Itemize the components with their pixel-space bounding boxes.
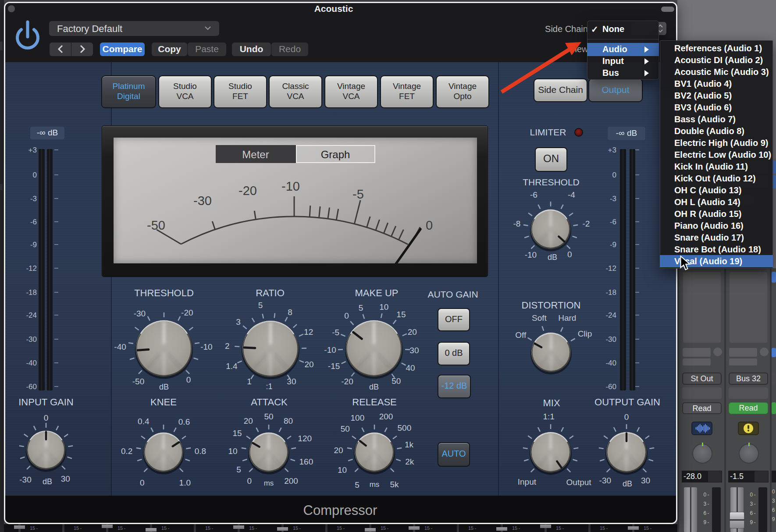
svg-text::1: :1 (266, 382, 272, 391)
svg-text:0: 0 (624, 412, 629, 422)
svg-text:8: 8 (288, 308, 292, 317)
svg-text:500: 500 (398, 423, 412, 433)
svg-text:15: 15 (396, 310, 406, 319)
svg-text:-40: -40 (605, 359, 616, 367)
svg-text:Clip: Clip (578, 329, 592, 338)
svg-text:3: 3 (236, 317, 241, 326)
svg-text:1:1: 1:1 (543, 412, 554, 421)
svg-text:30: 30 (409, 346, 419, 355)
svg-text:dB: dB (159, 383, 169, 391)
svg-text:1.0: 1.0 (179, 478, 191, 487)
svg-text:50: 50 (264, 412, 273, 421)
svg-text:ms: ms (370, 480, 380, 489)
svg-text:50: 50 (341, 424, 350, 433)
svg-text:Input: Input (518, 477, 537, 486)
svg-text:-6: -6 (530, 190, 538, 199)
svg-text:-9: -9 (610, 241, 616, 249)
svg-text:30: 30 (287, 377, 296, 386)
svg-text:0: 0 (344, 311, 349, 320)
svg-text:50: 50 (392, 376, 401, 386)
svg-text:160: 160 (299, 457, 313, 466)
svg-text:15: 15 (232, 429, 242, 438)
svg-text:200: 200 (284, 476, 298, 486)
svg-text:ms: ms (264, 479, 274, 487)
svg-text:1k: 1k (405, 440, 414, 449)
svg-text:-24: -24 (605, 311, 616, 319)
svg-text:200: 200 (379, 412, 393, 421)
svg-text:5k: 5k (390, 480, 399, 489)
svg-text:0.2: 0.2 (121, 447, 132, 456)
svg-text:-8: -8 (513, 219, 521, 228)
svg-text:-6: -6 (610, 218, 616, 226)
svg-text:20: 20 (305, 360, 314, 369)
svg-text:20: 20 (334, 446, 343, 455)
svg-text:-15: -15 (328, 362, 340, 371)
svg-text:0: 0 (247, 476, 252, 486)
svg-text:-20: -20 (341, 377, 353, 386)
svg-text:dB: dB (369, 383, 379, 391)
svg-text:-30: -30 (599, 476, 611, 485)
svg-text:40: 40 (406, 363, 415, 372)
svg-text:0: 0 (140, 478, 145, 487)
svg-text:-10: -10 (200, 342, 212, 351)
svg-text:100: 100 (351, 413, 365, 422)
svg-text:-30: -30 (19, 475, 31, 484)
svg-text:Off: Off (515, 330, 527, 340)
svg-text:0: 0 (186, 375, 191, 384)
svg-text:0.8: 0.8 (195, 447, 206, 456)
svg-text:-18: -18 (605, 288, 616, 297)
svg-text:1.4: 1.4 (226, 362, 238, 371)
svg-text:0: 0 (44, 413, 49, 422)
svg-text:dB: dB (623, 479, 632, 488)
svg-text:20: 20 (244, 416, 253, 426)
svg-text:80: 80 (284, 416, 293, 426)
svg-text:dB: dB (43, 477, 52, 486)
svg-text:0: 0 (567, 250, 572, 259)
svg-text:dB: dB (548, 253, 557, 262)
svg-text:0: 0 (612, 171, 616, 179)
svg-text:-10: -10 (324, 345, 336, 355)
svg-text:-20: -20 (181, 308, 193, 317)
svg-text:10: 10 (379, 302, 388, 312)
svg-text:-10: -10 (525, 250, 537, 259)
svg-text:-60: -60 (605, 383, 616, 391)
svg-text:5: 5 (236, 465, 241, 474)
svg-text:1: 1 (247, 377, 252, 386)
svg-text:-4: -4 (568, 190, 575, 199)
svg-text:-50: -50 (132, 377, 144, 386)
svg-text:30: 30 (641, 476, 650, 485)
svg-text:-40: -40 (114, 342, 126, 351)
svg-text:0.6: 0.6 (178, 417, 190, 426)
svg-text:-3: -3 (610, 195, 616, 203)
svg-text:0.4: 0.4 (138, 417, 150, 426)
svg-text:10: 10 (228, 447, 237, 456)
svg-text:5: 5 (355, 480, 360, 489)
svg-text:-5: -5 (332, 328, 339, 337)
svg-text:2k: 2k (405, 457, 414, 466)
svg-text:Hard: Hard (558, 313, 576, 323)
svg-text:2: 2 (225, 341, 230, 351)
svg-text:-2: -2 (583, 219, 590, 228)
svg-text:30: 30 (61, 474, 70, 483)
svg-text:-12: -12 (605, 264, 616, 273)
svg-text:5: 5 (359, 303, 363, 312)
svg-text:-30: -30 (605, 335, 616, 344)
svg-text:10: 10 (338, 465, 347, 475)
svg-text:5: 5 (258, 301, 263, 310)
svg-text:20: 20 (408, 327, 417, 337)
svg-text:+3: +3 (608, 146, 616, 154)
svg-text:-30: -30 (134, 309, 146, 318)
svg-text:120: 120 (298, 434, 312, 443)
svg-text:12: 12 (304, 327, 313, 337)
svg-text:Soft: Soft (532, 313, 547, 323)
